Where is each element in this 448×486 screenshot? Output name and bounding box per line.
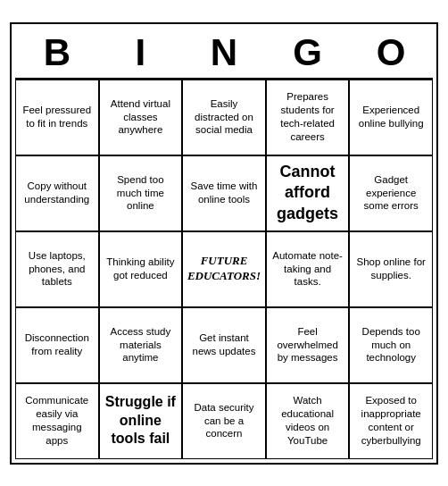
bingo-cell-22: Data security can be a concern	[182, 383, 266, 459]
bingo-cell-17: Get instant news updates	[182, 307, 266, 383]
bingo-cell-16: Access study materials anytime	[99, 307, 183, 383]
bingo-cell-5: Copy without understanding	[15, 155, 99, 231]
bingo-cell-1: Attend virtual classes anywhere	[99, 80, 183, 155]
bingo-letter-o: O	[352, 31, 430, 74]
bingo-cell-15: Disconnection from reality	[15, 307, 99, 383]
bingo-cell-6: Spend too much time online	[99, 155, 183, 231]
bingo-cell-9: Gadget experience some errors	[349, 155, 433, 231]
bingo-card: BINGO Feel pressured to fit in trendsAtt…	[10, 22, 438, 465]
bingo-cell-18: Feel overwhelmed by messages	[266, 307, 350, 383]
bingo-cell-19: Depends too much on technology	[349, 307, 433, 383]
bingo-cell-21: Struggle if online tools fail	[99, 383, 183, 459]
bingo-cell-14: Shop online for supplies.	[349, 231, 433, 307]
bingo-cell-20: Communicate easily via messaging apps	[15, 383, 99, 459]
bingo-cell-13: Automate note-taking and tasks.	[266, 231, 350, 307]
bingo-cell-0: Feel pressured to fit in trends	[15, 80, 99, 155]
bingo-cell-10: Use laptops, phones, and tablets	[15, 231, 99, 307]
bingo-letter-n: N	[185, 31, 263, 74]
bingo-cell-12: FUTURE EDUCATORS!	[182, 231, 266, 307]
bingo-cell-11: Thinking ability got reduced	[99, 231, 183, 307]
bingo-cell-3: Prepares students for tech-related caree…	[266, 80, 350, 155]
bingo-cell-8: Cannot afford gadgets	[266, 155, 350, 231]
bingo-letter-i: I	[101, 31, 179, 74]
bingo-letter-g: G	[269, 31, 347, 74]
bingo-grid: Feel pressured to fit in trendsAttend vi…	[15, 78, 433, 459]
bingo-cell-7: Save time with online tools	[182, 155, 266, 231]
bingo-cell-23: Watch educational videos on YouTube	[266, 383, 350, 459]
bingo-cell-4: Experienced online bullying	[349, 80, 433, 155]
bingo-header: BINGO	[15, 28, 433, 78]
bingo-cell-24: Exposed to inappropriate content or cybe…	[349, 383, 433, 459]
bingo-cell-2: Easily distracted on social media	[182, 80, 266, 155]
bingo-letter-b: B	[18, 31, 96, 74]
